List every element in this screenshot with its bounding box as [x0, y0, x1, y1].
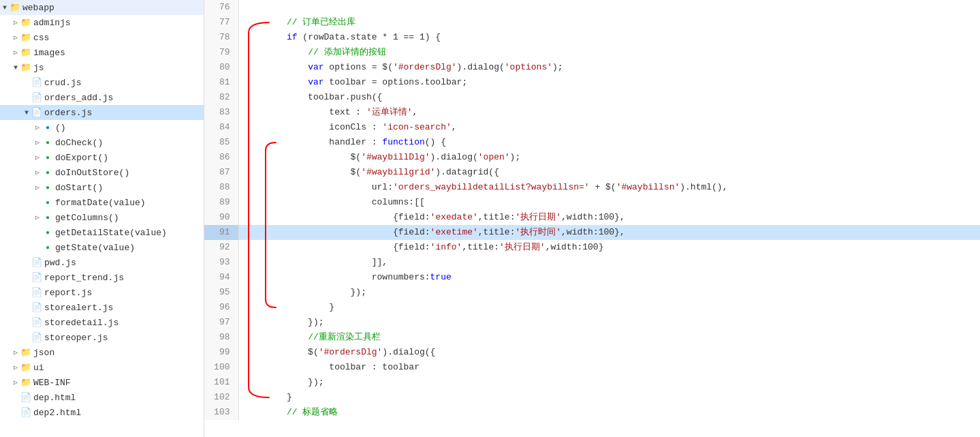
tree-arrow: ▷	[33, 138, 42, 147]
sidebar-item-storealert.js[interactable]: 📄 storealert.js	[0, 300, 204, 315]
sidebar-item-json[interactable]: ▷ 📁 json	[0, 345, 204, 360]
tree-arrow: ▼	[0, 4, 10, 12]
sidebar-item-webapp[interactable]: ▼ 📁 webapp	[0, 0, 204, 15]
method-green-icon: ●	[42, 184, 53, 192]
code-content: $('#waybillgrid').datagrid({	[238, 165, 980, 180]
table-row: 88 url:'orders_waybilldetailList?waybill…	[204, 180, 980, 195]
tree-label: storeoper.js	[44, 333, 108, 343]
table-row: 77 // 订单已经出库	[204, 15, 980, 30]
tree-label: getDetailState(value)	[55, 228, 167, 238]
sidebar-item-dep2.html[interactable]: 📄 dep2.html	[0, 405, 204, 420]
sidebar-item-doStart[interactable]: ▷ ● doStart()	[0, 180, 204, 195]
sidebar-item-orders.js[interactable]: ▼ 📄 orders.js	[0, 105, 204, 120]
sidebar-item-storeoper.js[interactable]: 📄 storeoper.js	[0, 330, 204, 345]
code-content: rownumbers:true	[238, 270, 980, 285]
method-green-icon: ●	[42, 199, 53, 207]
table-row: 98 //重新渲染工具栏	[204, 330, 980, 345]
line-number: 83	[204, 105, 238, 120]
code-content: if (rowData.state * 1 == 1) {	[238, 30, 980, 45]
tree-arrow: ▷	[33, 153, 42, 162]
sidebar-item-pwd.js[interactable]: 📄 pwd.js	[0, 255, 204, 270]
sidebar-item-crud.js[interactable]: 📄 crud.js	[0, 75, 204, 90]
tree-label: doExport()	[55, 153, 108, 163]
tree-label: ()	[55, 123, 66, 133]
sidebar-item-images[interactable]: ▷ 📁 images	[0, 45, 204, 60]
tree-arrow: ▷	[11, 378, 20, 387]
code-content: $('#waybillDlg').dialog('open');	[238, 150, 980, 165]
line-number: 103	[204, 405, 238, 420]
sidebar-item-getDetailState[interactable]: ● getDetailState(value)	[0, 225, 204, 240]
folder-icon: 📁	[20, 32, 31, 43]
table-row: 90 {field:'exedate',title:'执行日期',width:1…	[204, 210, 980, 225]
code-content: //重新渲染工具栏	[238, 330, 980, 345]
tree-arrow: ▷	[11, 48, 20, 57]
code-lines: 76 77 // 订单已经出库78 if (rowData.state * 1 …	[204, 0, 980, 420]
folder-icon: 📁	[10, 2, 20, 13]
sidebar-item-dep.html[interactable]: 📄 dep.html	[0, 390, 204, 405]
method-green-icon: ●	[42, 169, 53, 177]
method-green-icon: ●	[42, 154, 53, 162]
table-row: 82 toolbar.push({	[204, 90, 980, 105]
line-number: 93	[204, 255, 238, 270]
method-green-icon: ●	[42, 229, 53, 237]
table-row: 78 if (rowData.state * 1 == 1) {	[204, 30, 980, 45]
sidebar-item-getColumns[interactable]: ▷ ● getColumns()	[0, 210, 204, 225]
folder-icon: 📁	[20, 17, 31, 28]
sidebar-item-css[interactable]: ▷ 📁 css	[0, 30, 204, 45]
sidebar-item-report_trend.js[interactable]: 📄 report_trend.js	[0, 270, 204, 285]
table-row: 92 {field:'info',title:'执行日期',width:100}	[204, 240, 980, 255]
sidebar-item-orders_add.js[interactable]: 📄 orders_add.js	[0, 90, 204, 105]
code-content: // 订单已经出库	[238, 15, 980, 30]
code-content: url:'orders_waybilldetailList?waybillsn=…	[238, 180, 980, 195]
code-content: {field:'exedate',title:'执行日期',width:100}…	[238, 210, 980, 225]
js-file-icon: 📄	[31, 302, 42, 313]
tree-label: getState(value)	[55, 243, 135, 253]
tree-arrow: ▷	[11, 348, 20, 357]
code-content: columns:[[	[238, 195, 980, 210]
table-row: 91 {field:'exetime',title:'执行时间',width:1…	[204, 225, 980, 240]
table-row: 84 iconCls : 'icon-search',	[204, 120, 980, 135]
sidebar-item-storedetail.js[interactable]: 📄 storedetail.js	[0, 315, 204, 330]
code-content: }	[238, 300, 980, 315]
table-row: 99 $('#ordersDlg').dialog({	[204, 345, 980, 360]
table-row: 86 $('#waybillDlg').dialog('open');	[204, 150, 980, 165]
sidebar-item-WEB-INF[interactable]: ▷ 📁 WEB-INF	[0, 375, 204, 390]
table-row: 83 text : '运单详情',	[204, 105, 980, 120]
tree-arrow: ▷	[11, 18, 20, 27]
table-row: 87 $('#waybillgrid').datagrid({	[204, 165, 980, 180]
line-number: 76	[204, 0, 238, 15]
tree-label: pwd.js	[44, 258, 76, 268]
method-green-icon: ●	[42, 139, 53, 147]
js-file-icon: 📄	[31, 287, 42, 298]
js-file-icon: 📄	[31, 92, 42, 103]
tree-label: css	[33, 33, 49, 43]
line-number: 96	[204, 300, 238, 315]
table-row: 89 columns:[[	[204, 195, 980, 210]
file-tree[interactable]: ▼ 📁 webapp ▷ 📁 adminjs ▷ 📁 css ▷ 📁 image…	[0, 0, 204, 437]
sidebar-item-report.js[interactable]: 📄 report.js	[0, 285, 204, 300]
method-green-icon: ●	[42, 214, 53, 222]
sidebar-item-getState[interactable]: ● getState(value)	[0, 240, 204, 255]
folder-icon: 📁	[20, 47, 31, 58]
sidebar-item-fn_empty[interactable]: ▷ ● ()	[0, 120, 204, 135]
sidebar-item-js[interactable]: ▼ 📁 js	[0, 60, 204, 75]
sidebar-item-doExport[interactable]: ▷ ● doExport()	[0, 150, 204, 165]
sidebar-item-ui[interactable]: ▷ 📁 ui	[0, 360, 204, 375]
tree-label: doInOutStore()	[55, 168, 129, 178]
line-number: 81	[204, 75, 238, 90]
code-content: });	[238, 315, 980, 330]
tree-label: report.js	[44, 288, 92, 298]
folder-icon: 📁	[20, 347, 31, 358]
sidebar-item-doInOutStore[interactable]: ▷ ● doInOutStore()	[0, 165, 204, 180]
line-number: 99	[204, 345, 238, 360]
sidebar-item-doCheck[interactable]: ▷ ● doCheck()	[0, 135, 204, 150]
sidebar-item-formatDate[interactable]: ● formatDate(value)	[0, 195, 204, 210]
line-number: 90	[204, 210, 238, 225]
tree-label: doCheck()	[55, 138, 103, 148]
js-file-icon: 📄	[31, 257, 42, 268]
line-number: 91	[204, 225, 238, 240]
tree-label: getColumns()	[55, 213, 119, 223]
sidebar-item-adminjs[interactable]: ▷ 📁 adminjs	[0, 15, 204, 30]
code-content: // 添加详情的按钮	[238, 45, 980, 60]
line-number: 80	[204, 60, 238, 75]
